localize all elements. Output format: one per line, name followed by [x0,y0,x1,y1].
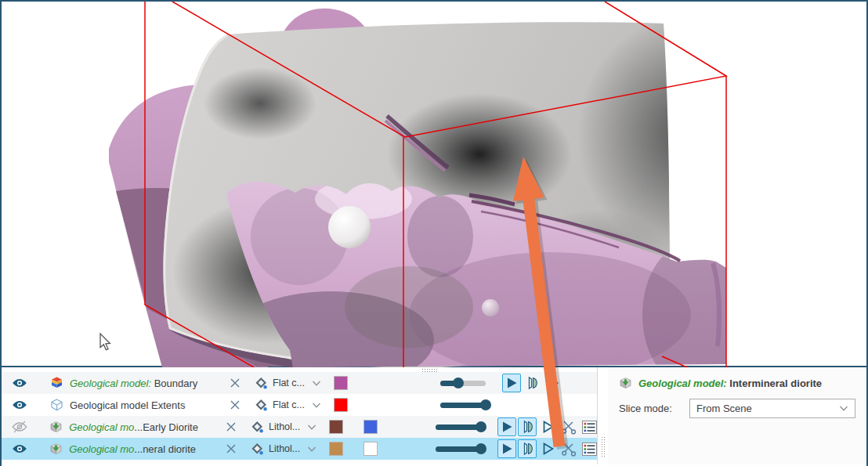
triangle-outline-icon [544,374,561,392]
colour-mode-bucket-icon[interactable] [255,377,268,390]
white-sphere [328,206,371,248]
splitter-grip[interactable] [601,436,605,458]
half-sphere-slice-icon [523,374,541,392]
visibility-eye-icon[interactable] [11,398,28,412]
show-faces-button[interactable] [497,417,516,436]
show-outline-button[interactable] [538,439,557,458]
colour-swatch[interactable] [329,442,343,456]
slice-mode-value: From Scene [696,403,752,414]
shape-row-intermineral-diorite[interactable]: Geological mo...neral diorite Lithol... [2,438,597,460]
show-faces-button[interactable] [497,439,516,458]
triangle-outline-icon [539,440,556,457]
show-outline-button[interactable] [543,374,562,392]
mouse-cursor [100,334,110,350]
triangle-outline-icon [539,418,556,435]
slice-display-button[interactable] [518,439,537,458]
shape-list-panel: Geological model: Boundary Flat c... Ge [2,367,597,464]
play-icon [498,440,515,457]
properties-header: Geological model: Intermineral diorite [619,377,855,389]
panel-drag-handle[interactable] [421,368,439,372]
chevron-down-icon[interactable] [307,446,316,453]
show-faces-button[interactable] [502,374,521,392]
geological-model-icon [50,377,63,389]
shape-row-extents[interactable]: Geological model Extents Flat c... [2,394,597,416]
colour-mode-value[interactable]: Flat c... [273,399,307,410]
chevron-down-icon [839,405,848,412]
legend-button[interactable] [582,421,597,434]
model-output-cube-icon [49,443,63,455]
half-sphere-slice-icon [519,418,536,435]
legend-button[interactable] [582,443,597,456]
secondary-colour-swatch[interactable] [363,442,378,456]
remove-from-scene-button[interactable] [226,421,237,432]
shape-row-boundary[interactable]: Geological model: Boundary Flat c... [2,372,597,394]
shape-name: Geological model: Boundary [70,377,226,389]
colour-mode-value[interactable]: Lithol... [269,443,302,454]
play-icon [498,418,515,435]
chevron-down-icon[interactable] [307,424,316,431]
visibility-eye-off-icon[interactable] [11,420,28,434]
remove-from-scene-button[interactable] [226,443,237,454]
bottom-panel: Geological model: Boundary Flat c... Ge [2,367,866,464]
application-window: Geological model: Boundary Flat c... Ge [0,0,868,466]
scissors-slice-icon[interactable] [561,419,577,435]
colour-swatch[interactable] [334,398,348,412]
opacity-slider[interactable] [440,377,486,388]
extents-cube-icon [50,399,63,411]
properties-panel: Geological model: Intermineral diorite S… [608,367,866,464]
panel-splitter[interactable] [597,367,608,464]
colour-mode-bucket-icon[interactable] [255,399,268,412]
visibility-eye-icon[interactable] [11,442,28,456]
small-sphere [482,299,499,316]
model-output-cube-icon [619,377,632,389]
chevron-down-icon[interactable] [312,402,321,409]
colour-swatch[interactable] [329,420,343,434]
slice-display-button[interactable] [518,417,537,436]
slice-mode-dropdown[interactable]: From Scene [689,399,855,418]
remove-from-scene-button[interactable] [230,399,241,410]
visibility-eye-icon[interactable] [11,376,28,390]
properties-title-prefix: Geological model: [638,377,729,389]
slice-display-button[interactable] [523,374,541,392]
colour-mode-bucket-icon[interactable] [251,421,264,434]
shape-name: Geological mo...neral diorite [69,443,222,455]
half-sphere-slice-icon [519,440,536,457]
slice-mode-label: Slice mode: [619,403,689,414]
opacity-slider[interactable] [436,421,481,432]
opacity-slider[interactable] [440,399,486,410]
properties-title: Intermineral diorite [729,377,822,389]
scissors-slice-icon[interactable] [561,441,577,457]
colour-mode-bucket-icon[interactable] [251,443,264,456]
colour-mode-value[interactable]: Flat c... [273,377,307,388]
secondary-colour-swatch[interactable] [363,420,378,434]
chevron-down-icon[interactable] [312,380,321,387]
shape-name: Geological model Extents [70,399,226,411]
scene-render [2,2,866,367]
scene-3d-viewport[interactable] [2,2,866,367]
colour-swatch[interactable] [334,376,348,390]
show-outline-button[interactable] [538,417,557,436]
shape-row-early-diorite[interactable]: Geological mo...Early Diorite Lithol... [2,416,597,438]
colour-mode-value[interactable]: Lithol... [269,421,302,432]
model-output-cube-icon [49,421,63,433]
play-icon [503,374,520,392]
opacity-slider[interactable] [436,443,481,454]
remove-from-scene-button[interactable] [230,377,241,388]
shape-name: Geological mo...Early Diorite [69,421,222,433]
